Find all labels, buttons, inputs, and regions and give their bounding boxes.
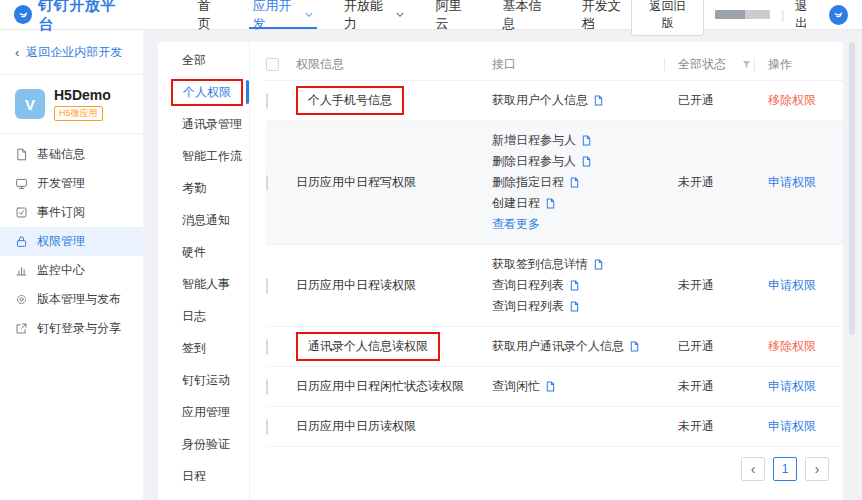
category-item[interactable]: 硬件	[158, 236, 249, 268]
category-item[interactable]: 消息通知	[158, 204, 249, 236]
row-checkbox[interactable]	[266, 339, 268, 355]
category-item-label: 智能人事	[182, 276, 230, 293]
event-subscribe-icon	[15, 206, 28, 219]
remove-permission-link[interactable]: 移除权限	[768, 339, 816, 353]
action-cell: 移除权限	[768, 92, 843, 109]
filter-funnel-icon[interactable]	[741, 59, 752, 70]
document-link-icon	[569, 280, 580, 291]
nav-item[interactable]: 基本信息	[502, 0, 551, 29]
api-list-cell	[492, 418, 678, 436]
category-item[interactable]: 日程	[158, 460, 249, 492]
permission-name-cell: 个人手机号信息	[296, 86, 492, 115]
category-item[interactable]: 应用管理	[158, 396, 249, 428]
app-name: H5Demo	[54, 87, 111, 103]
category-item-label: 智能工作流	[182, 148, 242, 165]
api-list-cell: 获取用户通讯录个人信息	[492, 327, 678, 366]
app-info: V H5Demo H5微应用	[0, 75, 143, 133]
category-item[interactable]: 智能人事	[158, 268, 249, 300]
nav-item[interactable]: 应用开发	[252, 0, 314, 29]
api-list-cell: 获取签到信息详情查询日程列表查询日程列表	[492, 245, 678, 326]
action-cell: 申请权限	[768, 277, 843, 294]
row-checkbox[interactable]	[266, 419, 268, 435]
column-header-permission: 权限信息	[296, 56, 492, 73]
logout-button[interactable]: 退出	[795, 0, 818, 32]
row-checkbox[interactable]	[266, 379, 268, 395]
permission-name-cell: 通讯录个人信息读权限	[296, 332, 492, 361]
table-row: 日历应用中日程写权限新增日程参与人删除日程参与人删除指定日程创建日程查看更多未开…	[266, 121, 843, 245]
category-item[interactable]: 个人权限	[158, 76, 249, 108]
sidebar-menu-item[interactable]: 权限管理	[0, 227, 143, 256]
sidebar-menu-item[interactable]: 基础信息	[0, 140, 143, 169]
dingtalk-bird-icon	[14, 5, 32, 24]
document-link-icon	[569, 177, 580, 188]
api-name: 获取用户个人信息	[492, 90, 588, 111]
api-item: 删除日程参与人	[492, 151, 678, 172]
platform-logo[interactable]: 钉钉开放平台	[14, 0, 128, 34]
view-more-link[interactable]: 查看更多	[492, 214, 540, 235]
category-item[interactable]: 通讯录管理	[158, 108, 249, 140]
sidebar-menu-item-label: 基础信息	[37, 146, 85, 163]
document-link-icon	[569, 301, 580, 312]
remove-permission-link[interactable]: 移除权限	[768, 93, 816, 107]
document-link-icon	[545, 381, 556, 392]
category-item[interactable]: 钉钉运动	[158, 364, 249, 396]
user-avatar[interactable]	[829, 5, 848, 25]
row-checkbox[interactable]	[266, 93, 268, 109]
back-to-old-version-button[interactable]: 返回旧版	[631, 0, 704, 36]
nav-item[interactable]: 开放能力	[344, 0, 406, 29]
dingtalk-bird-icon	[832, 8, 845, 21]
category-item-label: 考勤	[182, 180, 206, 197]
nav-item[interactable]: 首页	[198, 0, 223, 29]
document-link-icon	[629, 341, 640, 352]
sidebar-menu-item-label: 钉钉登录与分享	[37, 320, 121, 337]
permission-name-cell: 日历应用中日程写权限	[296, 174, 492, 191]
permission-table: 权限信息 接口 全部状态 操作 个人手机号信息获取用户个人信息已开通移除权限日历…	[250, 42, 843, 500]
api-name: 创建日程	[492, 193, 540, 214]
api-list-cell: 获取用户个人信息	[492, 81, 678, 120]
action-cell: 申请权限	[768, 418, 843, 435]
pagination-page-1[interactable]: 1	[773, 457, 797, 481]
table-body: 个人手机号信息获取用户个人信息已开通移除权限日历应用中日程写权限新增日程参与人删…	[266, 81, 843, 447]
sidebar-menu-item[interactable]: 开发管理	[0, 169, 143, 198]
category-item[interactable]: 智能工作流	[158, 140, 249, 172]
api-item: 获取签到信息详情	[492, 254, 678, 275]
nav-item-label: 应用开发	[252, 0, 301, 33]
pagination-next-button[interactable]: ›	[805, 457, 829, 481]
apply-permission-link[interactable]: 申请权限	[768, 175, 816, 189]
category-item[interactable]: 签到	[158, 332, 249, 364]
apply-permission-link[interactable]: 申请权限	[768, 419, 816, 433]
apply-permission-link[interactable]: 申请权限	[768, 379, 816, 393]
nav-item-label: 开放能力	[344, 0, 393, 33]
category-item[interactable]: 日志	[158, 300, 249, 332]
main-nav: 首页应用开发开放能力阿里云基本信息开发文档	[198, 0, 631, 29]
apply-permission-link[interactable]: 申请权限	[768, 278, 816, 292]
category-item-label: 全部	[182, 52, 206, 69]
vertical-scrollbar[interactable]	[849, 42, 855, 335]
category-item[interactable]: 全部	[158, 44, 249, 76]
api-name: 删除指定日程	[492, 172, 564, 193]
row-checkbox[interactable]	[266, 278, 268, 294]
row-checkbox-cell	[266, 380, 296, 394]
sidebar-menu-item[interactable]: 版本管理与发布	[0, 285, 143, 314]
app-sidebar-menu: 基础信息开发管理事件订阅权限管理监控中心版本管理与发布钉钉登录与分享	[0, 134, 143, 343]
sidebar-menu-item[interactable]: 监控中心	[0, 256, 143, 285]
category-item[interactable]: 考勤	[158, 172, 249, 204]
select-all-checkbox[interactable]	[266, 58, 279, 71]
sidebar-menu-item[interactable]: 钉钉登录与分享	[0, 314, 143, 343]
user-name-redacted	[715, 10, 770, 19]
sidebar-menu-item[interactable]: 事件订阅	[0, 198, 143, 227]
back-to-org-dev-link[interactable]: ‹ 返回企业内部开发	[0, 30, 143, 74]
back-link-label: 返回企业内部开发	[26, 44, 122, 61]
api-item: 创建日程	[492, 193, 678, 214]
category-item-label: 签到	[182, 340, 206, 357]
document-link-icon	[581, 156, 592, 167]
category-item[interactable]: 身份验证	[158, 428, 249, 460]
row-checkbox[interactable]	[266, 175, 268, 191]
nav-item[interactable]: 开发文档	[582, 0, 631, 29]
category-item-label: 通讯录管理	[182, 116, 242, 133]
pagination-prev-button[interactable]: ‹	[741, 457, 765, 481]
category-item-label: 身份验证	[182, 436, 230, 453]
table-header-row: 权限信息 接口 全部状态 操作	[266, 48, 843, 81]
permission-name-cell: 日历应用中日程读权限	[296, 277, 492, 294]
nav-item[interactable]: 阿里云	[435, 0, 472, 29]
